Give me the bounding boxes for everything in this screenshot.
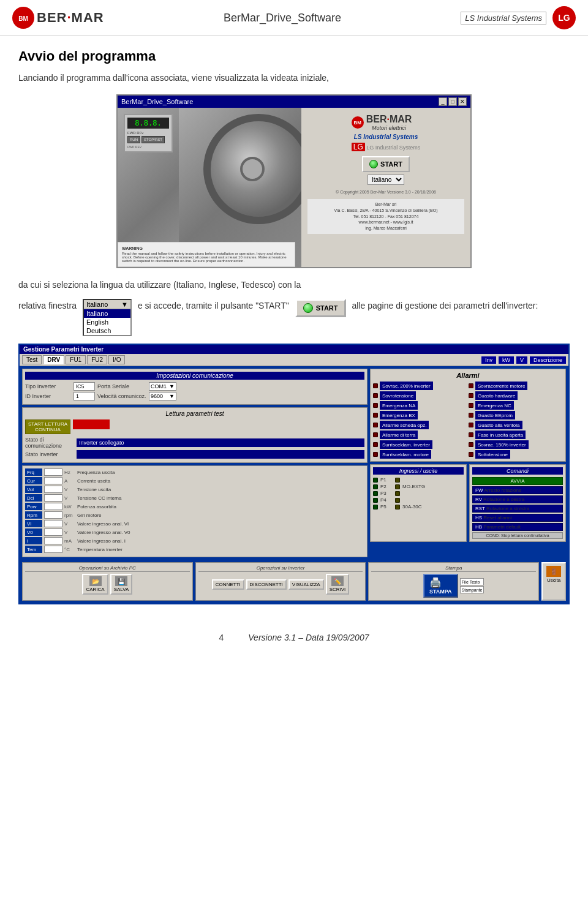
measurements-section: Frq Hz Frequenza uscita Cur A Corrente u… [22, 465, 368, 557]
alarm-btn-fase-uscita[interactable]: Fase in uscita aperta [475, 431, 526, 439]
alarm-btn-emergenza-nc[interactable]: Emergenza NC [475, 401, 514, 410]
footer-page: 4 [219, 633, 224, 642]
drive-display: 8.8.8. [127, 118, 169, 129]
ingressi-section: Ingressi / uscite P1 P2 MO-EXTG [370, 464, 467, 542]
scrivi-btn[interactable]: ✏️ SCRIVI [326, 574, 350, 595]
rv-button[interactable]: RV Rotazione a destra [472, 495, 563, 503]
lang-item-italiano[interactable]: Italiano [84, 309, 130, 318]
stato-comm-value: Inverter scollegato [77, 438, 364, 447]
alarm-btn-surrisc-inv[interactable]: Surrisceldam. inverter [380, 440, 432, 449]
alarm-btn-emergenza-na[interactable]: Emergenza NA [380, 401, 418, 410]
alarm-sovrac150: Sovrac. 150% inverter [469, 440, 563, 449]
win-maximize-btn[interactable]: □ [448, 97, 457, 106]
alarm-led-guasto-eeprom [469, 413, 473, 418]
salva-btn[interactable]: 💾 SALVA [110, 574, 133, 595]
rv-desc: Rotazione a destra [483, 497, 560, 502]
drive-panel: 8.8.8. FWD RFv RUN STOP/RST FWD REV [124, 114, 173, 152]
carica-btn[interactable]: 📂 CARICA [82, 574, 108, 595]
meas-desc-cur: Corrente uscita [77, 478, 364, 484]
bermar-text: BER·MAR [37, 10, 104, 26]
start-circle-icon [369, 160, 378, 168]
tab-fu1[interactable]: FU1 [66, 355, 86, 364]
alarm-btn-guasto-hw[interactable]: Guasto hardware [475, 391, 518, 400]
exit-icon: 🚪 [546, 566, 561, 577]
dropdown-header[interactable]: Italiano ▼ [84, 300, 130, 309]
meas-name-rpm: Rpm [25, 511, 42, 519]
win-right: BM BER·MAR Motori elettrici LS Industria… [301, 108, 470, 267]
stampa-btns: 🖨️ STAMPA File Testo Stampante [371, 574, 536, 598]
drive-buttons: RUN STOP/RST [127, 136, 169, 143]
stato-comm-label: Stato di comunicazione [25, 437, 74, 449]
alarm-btn-guasto-eeprom[interactable]: Guasto EEprom [475, 411, 515, 419]
visualizza-btn[interactable]: VISUALIZZA [288, 579, 324, 590]
hs-button[interactable]: HS Reset allarmi [472, 514, 563, 522]
alarm-btn-sovraccorrente[interactable]: Sovracorrente motore [475, 382, 527, 390]
alarm-led-sovrotensione [373, 393, 378, 398]
run-btn[interactable]: RUN [127, 136, 140, 143]
meas-val-cur [44, 477, 62, 484]
velocita-dropdown[interactable]: 9600 ▼ [149, 392, 176, 400]
stampa-icon: 🖨️ [429, 577, 452, 588]
meas-i: I mA Valore ingresso anal. I [25, 537, 364, 544]
language-dropdown[interactable]: Italiano ▼ Italiano English Deutsch [83, 299, 132, 336]
alarm-sottotensione: Sottotensione [469, 450, 563, 459]
alarm-btn-terra[interactable]: Allarme di terra [380, 431, 418, 439]
disconnetti-label: DISCONNETTI [250, 582, 283, 587]
meas-val-pow [44, 503, 62, 510]
stop-btn[interactable]: STOP/RST [141, 136, 165, 143]
meas-desc-dcl: Tensione CC interna [77, 495, 364, 501]
meas-unit-pow: kW [64, 504, 75, 510]
tab-drv[interactable]: DRV [43, 355, 64, 364]
archivio-btns: 📂 CARICA 💾 SALVA [25, 574, 190, 595]
svg-text:BM: BM [18, 15, 28, 22]
meas-desc-i: Valore ingresso anal. I [77, 538, 364, 544]
file-testo-opt[interactable]: File Testo [460, 578, 484, 585]
tab-io[interactable]: I/O [108, 355, 125, 364]
exit-btn[interactable]: 🚪 Uscita [541, 562, 566, 601]
lang-item-english[interactable]: English [84, 318, 130, 326]
rst-desc: Rotazione a sinistra [486, 506, 560, 511]
io-label2-p2: MO-EXTG [402, 484, 425, 489]
ingressi-title: Ingressi / uscite [373, 467, 464, 475]
allarmi-grid: Sovrac. 200% inverter Sovracorrente moto… [373, 382, 563, 459]
stampante-opt[interactable]: Stampante [460, 586, 484, 593]
rst-button[interactable]: RST Rotazione a sinistra [472, 505, 563, 513]
comandi-title: Comandi [472, 467, 563, 475]
meas-val-vi [44, 520, 62, 527]
alarm-btn-sovrac150[interactable]: Sovrac. 150% inverter [475, 440, 529, 449]
alarm-btn-sovrac200[interactable]: Sovrac. 200% inverter [380, 382, 433, 390]
alarm-btn-emergenza-bx[interactable]: Emergenza BX [380, 411, 418, 419]
alarm-btn-sottotensione[interactable]: Sottotensione [475, 450, 510, 459]
io-p2: P2 MO-EXTG [373, 484, 464, 489]
start-button-inline[interactable]: START [295, 299, 346, 317]
start-button-win[interactable]: START [362, 156, 410, 172]
alarm-btn-surrisc-mot[interactable]: Surrisceldam. motore [380, 450, 431, 459]
win-minimize-btn[interactable]: _ [439, 97, 447, 106]
tab-fu2[interactable]: FU2 [87, 355, 107, 364]
lang-item-deutsch[interactable]: Deutsch [84, 326, 130, 335]
io-led-p1 [373, 478, 378, 483]
disconnetti-btn[interactable]: DISCONNETTI [246, 579, 287, 590]
tab-test[interactable]: Test [22, 355, 42, 364]
id-inverter-value: 1 [74, 392, 95, 400]
scrivi-label: SCRIVI [330, 587, 346, 592]
avvia-button[interactable]: AVVIA [472, 477, 563, 485]
alarm-btn-scheda-opz[interactable]: Allarme scheda opz. [380, 421, 429, 429]
io-led-p5 [373, 505, 378, 510]
start-lettura-btn[interactable]: START LETTURACONTINUA [25, 419, 70, 434]
connetti-btn[interactable]: CONNETTI [212, 579, 244, 590]
stampa-btn[interactable]: 🖨️ STAMPA [423, 574, 458, 598]
win-close-btn[interactable]: ✕ [458, 97, 467, 106]
language-select-win[interactable]: Italiano English Deutsch [368, 175, 404, 185]
footer: 4 Versione 3.1 – Data 19/09/2007 [0, 626, 588, 649]
inverter-section: Operazioni su Inverter CONNETTI DISCONNE… [195, 562, 366, 601]
alarm-btn-sovrotensione[interactable]: Sovrotensione [380, 391, 416, 400]
file-options: File Testo Stampante [460, 578, 484, 593]
alarm-btn-ventola[interactable]: Guasto alla ventola [475, 421, 522, 429]
fw-button[interactable]: FW Arresto rotazione [472, 486, 563, 494]
meas-unit-frq: Hz [64, 470, 75, 475]
hb-button[interactable]: HB Parametri default [472, 523, 563, 531]
meas-name-frq: Frq [25, 468, 42, 476]
porta-seriale-dropdown[interactable]: COM1 ▼ [149, 382, 176, 391]
footer-version: Versione 3.1 – Data 19/09/2007 [248, 633, 369, 642]
